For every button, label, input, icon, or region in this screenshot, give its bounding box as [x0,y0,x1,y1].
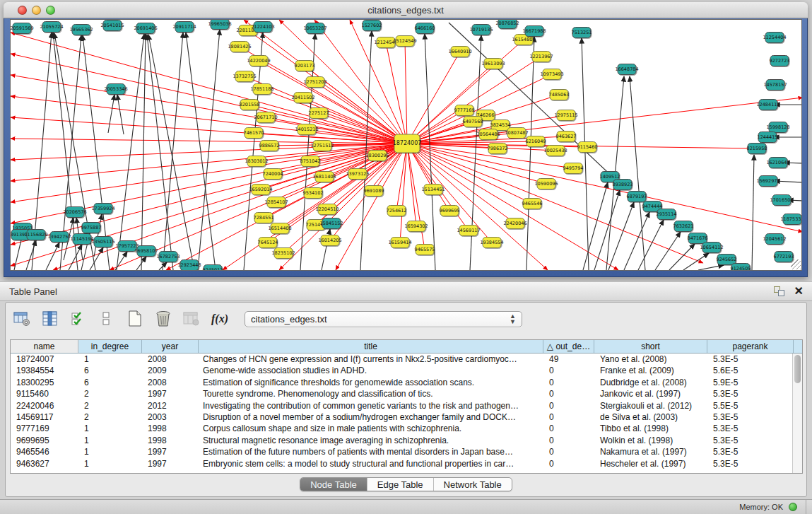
select-all-columns-icon[interactable] [69,310,88,328]
table-cell[interactable]: 0 [543,446,594,457]
citation-edge-black[interactable] [244,33,263,270]
table-cell[interactable]: 0 [543,458,594,469]
citation-edge-red[interactable] [11,33,407,144]
graph-node[interactable]: 9203173 [295,61,315,71]
graph-node[interactable]: 12923448 [177,260,201,271]
table-cell[interactable]: Tibbo et al. (1998) [594,423,707,434]
table-cell[interactable]: Estimation of the future numbers of pati… [199,446,543,457]
table-cell[interactable]: 0 [543,435,594,446]
table-vertical-scrollbar[interactable] [792,354,802,473]
citation-edge-black[interactable] [526,37,534,270]
table-row[interactable]: 2242004622012Investigating the contribut… [11,400,802,411]
graph-node[interactable]: 20411502 [291,93,314,103]
graph-node[interactable]: 20876852 [495,20,519,29]
network-canvas[interactable]: 2281184518081425142200491373275517851188… [10,19,802,271]
graph-node[interactable]: 17359924 [91,204,114,214]
column-header-year[interactable]: year [142,340,199,353]
graph-node[interactable]: 19965036 [208,20,231,30]
graph-node[interactable]: 9534102 [303,188,324,199]
table-cell[interactable]: 5.5E-5 [707,400,794,411]
citation-edge-red[interactable] [11,96,407,144]
citation-edge-red[interactable] [405,41,407,144]
graph-node[interactable]: 17851188 [250,84,273,95]
table-select-dropdown[interactable]: citations_edges.txt ▲▼ [245,311,522,327]
table-cell[interactable]: 0 [543,400,594,411]
table-cell[interactable]: Jankovic et al. (1997) [594,388,707,399]
float-panel-icon[interactable] [774,286,784,296]
table-cell[interactable]: 2003 [142,411,199,423]
table-cell[interactable]: Embryonic stem cells: a model to study s… [199,458,543,469]
graph-node[interactable]: 16782753 [156,252,180,262]
table-cell[interactable]: 5.3E-5 [707,354,794,365]
table-cell[interactable]: 49 [543,354,594,365]
citation-edge-black[interactable] [582,38,589,270]
graph-node[interactable]: 20206576 [63,207,86,218]
table-cell[interactable]: Changes of HCN gene expression and I(f) … [199,354,543,365]
graph-node[interactable]: 20691406 [134,23,157,34]
table-row[interactable]: 977716911998Corpus callosum shape and si… [11,423,802,434]
table-cell[interactable]: 2008 [142,354,199,365]
close-window-button[interactable] [18,6,27,15]
graph-node[interactable]: 9272723 [770,56,790,66]
graph-node[interactable]: 9975887 [81,223,102,233]
graph-node[interactable]: 12751202 [303,77,326,88]
table-cell[interactable]: 0 [543,411,594,423]
table-cell[interactable]: Yano et al. (2008) [594,354,707,365]
graph-node[interactable]: 9691089 [364,186,384,197]
graph-node[interactable]: 15845152 [319,218,343,229]
table-cell[interactable]: 1 [78,458,142,469]
citation-edge-black[interactable] [46,243,59,270]
table-row[interactable]: 969969511998Structural magnetic resonanc… [11,435,802,446]
graph-node[interactable]: 10654112 [700,243,723,253]
graph-node[interactable]: 12854107 [264,197,288,208]
table-cell[interactable]: 0 [543,365,594,376]
citation-edge-black[interactable] [94,214,102,257]
table-cell[interactable]: 0 [543,423,594,434]
tab-edge-table[interactable]: Edge Table [367,478,433,491]
graph-node[interactable]: 15134451 [421,185,445,195]
table-cell[interactable]: 1997 [142,458,199,469]
graph-node[interactable]: 1527602 [362,21,382,31]
table-cell[interactable]: 19384554 [11,365,78,376]
delete-column-icon[interactable] [154,310,172,328]
table-cell[interactable]: 1 [78,354,142,365]
graph-node[interactable]: 20541015 [100,21,124,31]
graph-node[interactable]: 6216049 [526,136,546,147]
table-cell[interactable]: 1 [78,435,142,446]
create-column-icon[interactable] [126,310,144,328]
table-cell[interactable]: Franke et al. (2009) [594,365,707,376]
graph-node[interactable]: 16210643 [766,158,789,168]
graph-node[interactable]: 9465575 [415,245,435,255]
table-cell[interactable]: 1997 [142,388,199,399]
citation-edge-black[interactable] [163,33,183,270]
table-cell[interactable]: 18724007 [11,354,78,365]
graph-node[interactable]: 6497568 [463,117,483,127]
table-cell[interactable]: 1998 [142,423,199,434]
graph-node[interactable]: 10973493 [540,69,563,80]
citation-edge-black[interactable] [198,30,220,270]
graph-node[interactable]: 12045612 [763,234,786,245]
graph-node[interactable]: 16958107 [134,246,158,257]
table-row[interactable]: 1872400712008Changes of HCN gene express… [11,354,802,365]
graph-node[interactable]: 12213967 [529,52,553,62]
graph-node[interactable]: 15124549 [393,36,416,47]
table-cell[interactable]: 9115460 [11,388,78,399]
graph-node[interactable]: 18300295 [365,151,389,161]
table-cell[interactable]: 9777169 [11,423,78,434]
graph-node[interactable]: 7986372 [488,144,508,154]
resize-grip-icon[interactable] [791,259,801,269]
graph-node[interactable]: 19613093 [481,59,505,69]
table-cell[interactable]: 5.3E-5 [707,411,794,423]
citation-edge-red[interactable] [407,52,460,144]
graph-node[interactable]: 7632621 [673,221,694,232]
scrollbar-thumb[interactable] [794,355,801,383]
column-header-pagerank[interactable]: pagerank [707,340,794,353]
graph-node[interactable]: 12751512 [310,141,334,151]
graph-node[interactable]: 21055724 [40,22,63,33]
graph-node[interactable]: 7645124 [258,238,278,248]
graph-node[interactable]: 20053346 [104,84,127,95]
graph-node[interactable]: 19565362 [69,25,93,35]
table-cell[interactable]: 9463627 [11,458,78,469]
graph-node[interactable]: 13505115 [91,237,114,247]
citation-edge-black[interactable] [624,212,649,270]
